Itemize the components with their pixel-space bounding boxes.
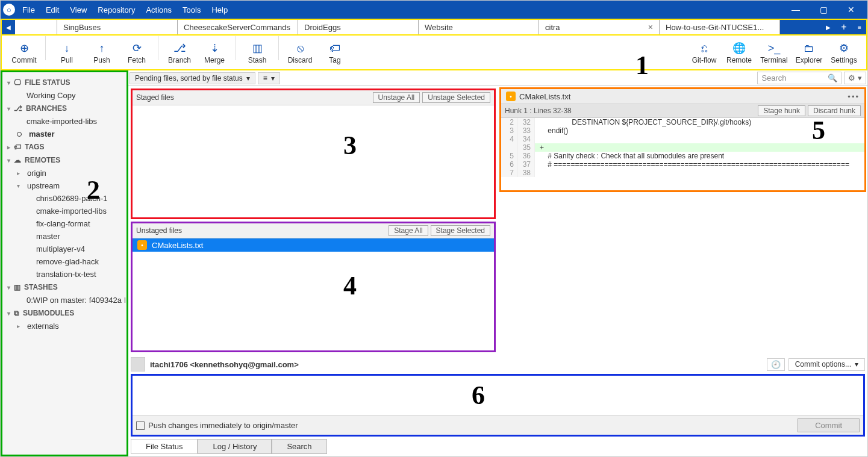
tab-new[interactable]: + bbox=[835, 20, 853, 34]
window-minimize[interactable]: — bbox=[782, 1, 810, 19]
titlebar: ○ FileEditViewRepositoryActionsToolsHelp… bbox=[1, 1, 867, 19]
sidebar-remote-branch[interactable]: multiplayer-v4 bbox=[4, 243, 125, 255]
menu-tools[interactable]: Tools bbox=[183, 5, 201, 14]
commit-options-dropdown[interactable]: Commit options...▾ bbox=[788, 358, 865, 371]
repo-tab[interactable]: CheesecakeServerCommands bbox=[178, 20, 298, 34]
sidebar-remote-upstream[interactable]: ▾upstream bbox=[4, 179, 125, 192]
fetch-button[interactable]: ⟳Fetch bbox=[119, 36, 154, 69]
discard-button[interactable]: ⦸Discard bbox=[283, 36, 317, 69]
repo-tab[interactable] bbox=[15, 20, 57, 34]
sidebar-branch-item[interactable]: cmake-imported-libs bbox=[4, 115, 125, 128]
pull-button[interactable]: ↓Pull bbox=[49, 36, 84, 69]
push-button[interactable]: ↑Push bbox=[84, 36, 119, 69]
sidebar-remotes-header[interactable]: ▾☁REMOTES bbox=[4, 154, 125, 167]
repo-tab[interactable]: Website bbox=[419, 20, 539, 34]
commit-button[interactable]: ⊕Commit bbox=[7, 36, 42, 69]
diff-filename: CMakeLists.txt bbox=[519, 92, 570, 101]
commit-history-button[interactable]: 🕘 bbox=[767, 358, 785, 371]
close-icon[interactable]: × bbox=[648, 22, 653, 32]
settings-icon: ⚙ bbox=[839, 40, 849, 56]
sidebar-working-copy[interactable]: Working Copy bbox=[4, 89, 125, 102]
explorer-button[interactable]: 🗀Explorer bbox=[792, 36, 826, 69]
sidebar-file-status-header[interactable]: ▾🖵FILE STATUS bbox=[4, 76, 125, 89]
repo-tab[interactable]: SingBuses bbox=[57, 20, 178, 34]
stash-button[interactable]: ▥Stash bbox=[240, 36, 275, 69]
filter-dropdown[interactable]: Pending files, sorted by file status▾ bbox=[130, 72, 255, 84]
diff-viewer: • CMakeLists.txt ••• Hunk 1 : Lines 32-3… bbox=[499, 87, 866, 192]
diff-menu-button[interactable]: ••• bbox=[848, 92, 860, 101]
unstaged-file-row[interactable]: • CMakeLists.txt bbox=[133, 238, 494, 252]
toolbar: ⊕Commit↓Pull↑Push⟳Fetch⎇Branch⇣Merge▥Sta… bbox=[1, 36, 867, 70]
discard-hunk-button[interactable]: Discard hunk bbox=[808, 105, 861, 116]
merge-button[interactable]: ⇣Merge bbox=[197, 36, 232, 69]
tag-icon: 🏷 bbox=[329, 40, 340, 56]
unstage-all-button[interactable]: Unstage All bbox=[373, 92, 420, 103]
bottom-tab-log-history[interactable]: Log / History bbox=[198, 439, 272, 454]
menu-file[interactable]: File bbox=[22, 5, 35, 14]
sidebar-remote-branch[interactable]: chris062689-patch-1 bbox=[4, 192, 125, 205]
branch-button[interactable]: ⎇Branch bbox=[162, 36, 197, 69]
sidebar-stash-item[interactable]: 0:WIP on master: f409342a I bbox=[4, 294, 125, 306]
tag-button[interactable]: 🏷Tag bbox=[317, 36, 352, 69]
diff-content[interactable]: 232 DESTINATION ${PROJECT_SOURCE_DIR}/.g… bbox=[501, 118, 864, 190]
window-maximize[interactable]: ▢ bbox=[810, 1, 837, 19]
sidebar-submodules-header[interactable]: ▾⧉SUBMODULES bbox=[4, 306, 125, 320]
tab-scroll-right[interactable]: ▶ bbox=[822, 20, 835, 34]
sidebar-remote-branch[interactable]: remove-glad-hack bbox=[4, 255, 125, 268]
search-input[interactable]: Search🔍 bbox=[757, 72, 841, 84]
gear-icon: ⚙ bbox=[848, 73, 855, 82]
sidebar-submodule-item[interactable]: ▸externals bbox=[4, 320, 125, 332]
push-immediately-checkbox[interactable] bbox=[136, 421, 145, 430]
sidebar-remote-origin[interactable]: ▸origin bbox=[4, 167, 125, 179]
commit-button[interactable]: Commit bbox=[798, 418, 860, 432]
annotation-3: 3 bbox=[343, 130, 357, 161]
sidebar-tags-header[interactable]: ▸🏷TAGS bbox=[4, 140, 125, 154]
settings-button[interactable]: ⚙Settings bbox=[826, 36, 861, 69]
tab-menu[interactable]: ≡ bbox=[853, 20, 866, 34]
stash-icon: ▥ bbox=[252, 40, 263, 56]
stage-hunk-button[interactable]: Stage hunk bbox=[758, 105, 805, 116]
tab-scroll-left[interactable]: ◀ bbox=[2, 20, 15, 34]
gitflow-button[interactable]: ⎌Git-flow bbox=[687, 36, 722, 69]
menubar: FileEditViewRepositoryActionsToolsHelp bbox=[22, 5, 782, 14]
unstage-selected-button[interactable]: Unstage Selected bbox=[422, 92, 490, 103]
stage-selected-button[interactable]: Stage Selected bbox=[431, 225, 490, 236]
bottom-tab-search[interactable]: Search bbox=[272, 439, 326, 454]
chevron-down-icon: ▾ bbox=[855, 360, 858, 368]
staged-header: Staged files bbox=[136, 93, 174, 102]
stage-all-button[interactable]: Stage All bbox=[389, 225, 428, 236]
terminal-button[interactable]: >_Terminal bbox=[757, 36, 792, 69]
sidebar: ▾🖵FILE STATUS Working Copy ▾⎇BRANCHES cm… bbox=[1, 70, 128, 456]
sidebar-stashes-header[interactable]: ▾▥STASHES bbox=[4, 281, 125, 294]
commit-message-input[interactable] bbox=[133, 376, 863, 415]
repo-tab[interactable]: How-to-use-Git-NTUCSE1... bbox=[660, 20, 780, 34]
push-icon: ↑ bbox=[99, 40, 105, 56]
menu-actions[interactable]: Actions bbox=[146, 5, 172, 14]
unstaged-files-box: Unstaged files Stage All Stage Selected … bbox=[131, 222, 496, 352]
commit-icon: ⊕ bbox=[20, 40, 29, 56]
repo-tab[interactable]: DroidEggs bbox=[298, 20, 419, 34]
view-mode-btn[interactable]: ≡ ▾ bbox=[258, 72, 280, 84]
sidebar-remote-branch[interactable]: translation-tx-test bbox=[4, 268, 125, 281]
avatar bbox=[131, 357, 145, 372]
sidebar-remote-branch[interactable]: fix-clang-format bbox=[4, 217, 125, 230]
bottom-tab-file-status[interactable]: File Status bbox=[131, 439, 198, 454]
repo-tab[interactable]: citra× bbox=[539, 20, 660, 34]
settings-button[interactable]: ⚙ ▾ bbox=[844, 72, 866, 84]
menu-edit[interactable]: Edit bbox=[46, 5, 59, 14]
sidebar-remote-branch[interactable]: cmake-imported-libs bbox=[4, 205, 125, 217]
sidebar-branches-header[interactable]: ▾⎇BRANCHES bbox=[4, 102, 125, 115]
menu-repository[interactable]: Repository bbox=[98, 5, 135, 14]
gitflow-icon: ⎌ bbox=[701, 40, 708, 56]
commit-area: itachi1706 <kennethsohyq@gmail.com> 🕘 Co… bbox=[128, 355, 867, 456]
staged-files-box: Staged files Unstage All Unstage Selecte… bbox=[131, 89, 496, 219]
sidebar-branch-current[interactable]: master bbox=[4, 128, 125, 140]
menu-help[interactable]: Help bbox=[211, 5, 228, 14]
tag-icon: 🏷 bbox=[14, 143, 21, 151]
remote-button[interactable]: 🌐Remote bbox=[722, 36, 757, 69]
chevron-down-icon: ▾ bbox=[246, 74, 250, 82]
menu-view[interactable]: View bbox=[70, 5, 87, 14]
sidebar-remote-branch[interactable]: master bbox=[4, 230, 125, 243]
window-close[interactable]: ✕ bbox=[837, 1, 865, 19]
clock-icon: 🕘 bbox=[771, 360, 781, 369]
